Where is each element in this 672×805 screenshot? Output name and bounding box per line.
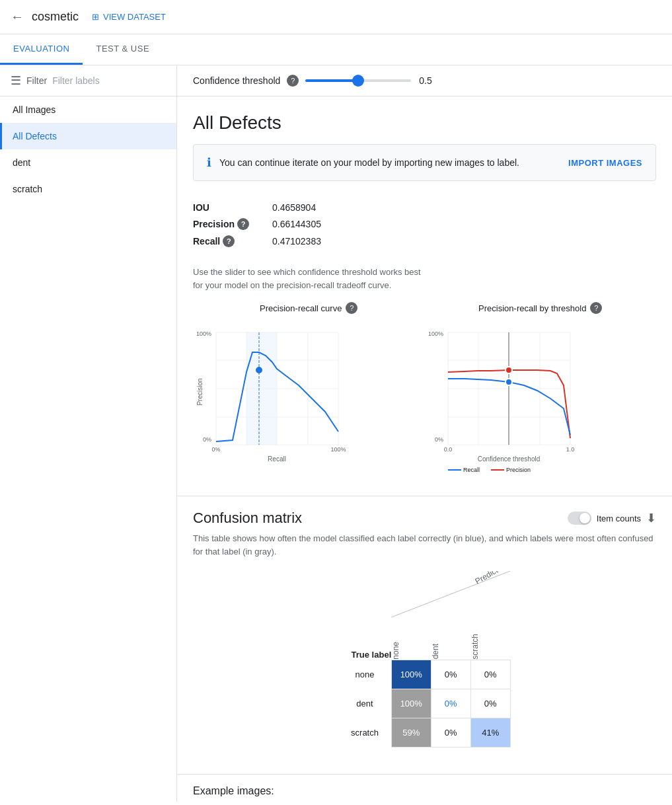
svg-text:100%: 100% bbox=[428, 330, 443, 337]
row-header-none: none bbox=[338, 660, 391, 689]
precision-recall-chart: Precision-recall curve ? Precision 100% … bbox=[193, 302, 425, 480]
charts-section: Precision-recall curve ? Precision 100% … bbox=[177, 302, 672, 496]
precision-recall-title: Precision-recall curve ? bbox=[193, 302, 425, 314]
svg-text:0%: 0% bbox=[434, 436, 443, 443]
col-header-scratch: scratch bbox=[470, 620, 510, 660]
cell-none-scratch[interactable]: 0% bbox=[470, 660, 510, 689]
svg-text:100%: 100% bbox=[330, 446, 346, 453]
sidebar: ☰ Filter Filter labels All Images All De… bbox=[0, 65, 177, 802]
row-header-dent: dent bbox=[338, 689, 391, 718]
metric-recall-value: 0.47102383 bbox=[272, 236, 321, 247]
svg-line-35 bbox=[391, 571, 510, 617]
threshold-svg: 100% 0% 0.0 1.0 Confidence threshold bbox=[425, 319, 597, 478]
threshold-chart-help-icon[interactable]: ? bbox=[590, 302, 602, 314]
sidebar-item-all-defects[interactable]: All Defects bbox=[0, 123, 176, 149]
section-header: All Defects bbox=[177, 96, 672, 144]
cell-dent-dent[interactable]: 0% bbox=[431, 689, 470, 718]
cell-scratch-scratch[interactable]: 41% bbox=[470, 718, 510, 747]
top-bar: ← cosmetic ⊞ VIEW DATASET bbox=[0, 0, 672, 34]
precision-help-icon[interactable]: ? bbox=[237, 218, 249, 230]
example-section: Example images: bbox=[177, 774, 672, 802]
svg-rect-13 bbox=[246, 332, 277, 445]
confusion-description: This table shows how often the model cla… bbox=[193, 532, 656, 558]
metric-recall-row: Recall ? 0.47102383 bbox=[193, 233, 656, 250]
svg-text:Recall: Recall bbox=[463, 467, 480, 473]
confusion-matrix-table: Predicted label True label bbox=[338, 571, 511, 748]
app-title: cosmetic bbox=[32, 10, 79, 24]
content-area: Confidence threshold ? 0.5 All Defects ℹ… bbox=[177, 65, 672, 802]
metric-recall-label: Recall ? bbox=[193, 235, 272, 247]
confusion-controls: Item counts ⬇ bbox=[568, 511, 656, 525]
row-header-scratch: scratch bbox=[338, 718, 391, 747]
svg-point-30 bbox=[505, 379, 512, 385]
metrics-section: IOU 0.4658904 Precision ? 0.66144305 Rec… bbox=[177, 194, 672, 260]
threshold-bar: Confidence threshold ? 0.5 bbox=[177, 65, 672, 96]
item-counts-label: Item counts bbox=[597, 514, 641, 523]
pr-curve-help-icon[interactable]: ? bbox=[346, 302, 357, 314]
confusion-header: Confusion matrix Item counts ⬇ bbox=[193, 510, 656, 527]
sidebar-item-all-images[interactable]: All Images bbox=[0, 96, 176, 123]
svg-text:0.0: 0.0 bbox=[443, 446, 452, 453]
view-dataset-label: VIEW DATASET bbox=[103, 12, 166, 22]
back-button[interactable]: ← bbox=[11, 9, 24, 24]
metric-precision-row: Precision ? 0.66144305 bbox=[193, 215, 656, 233]
tabs-bar: EVALUATION TEST & USE bbox=[0, 34, 672, 65]
info-icon: ℹ bbox=[207, 155, 211, 170]
svg-text:Precision: Precision bbox=[506, 467, 531, 473]
matrix-wrapper: Predicted label True label bbox=[193, 571, 656, 761]
col-header-none: none bbox=[391, 620, 431, 660]
tab-test-use[interactable]: TEST & USE bbox=[83, 34, 163, 65]
matrix-row-scratch: scratch 59% 0% 41% bbox=[338, 718, 510, 747]
tab-evaluation[interactable]: EVALUATION bbox=[0, 34, 83, 65]
cell-scratch-dent[interactable]: 0% bbox=[431, 718, 470, 747]
metric-iou-value: 0.4658904 bbox=[272, 202, 316, 213]
section-title: All Defects bbox=[193, 112, 656, 134]
confusion-section: Confusion matrix Item counts ⬇ This tabl… bbox=[177, 496, 672, 774]
threshold-slider[interactable] bbox=[305, 79, 411, 82]
view-dataset-icon: ⊞ bbox=[92, 12, 99, 22]
metric-iou-label: IOU bbox=[193, 202, 272, 213]
view-dataset-button[interactable]: ⊞ VIEW DATASET bbox=[92, 12, 166, 22]
sidebar-item-scratch[interactable]: scratch bbox=[0, 176, 176, 202]
svg-text:Confidence threshold: Confidence threshold bbox=[477, 455, 540, 463]
import-images-button[interactable]: IMPORT IMAGES bbox=[568, 158, 642, 168]
download-icon[interactable]: ⬇ bbox=[646, 511, 656, 525]
metric-precision-value: 0.66144305 bbox=[272, 219, 321, 229]
threshold-help-icon[interactable]: ? bbox=[287, 75, 299, 87]
filter-icon: ☰ bbox=[11, 73, 21, 88]
cell-none-dent[interactable]: 0% bbox=[431, 660, 470, 689]
svg-text:1.0: 1.0 bbox=[566, 446, 574, 453]
metric-precision-label: Precision ? bbox=[193, 218, 272, 230]
cell-dent-scratch[interactable]: 0% bbox=[470, 689, 510, 718]
svg-text:Precision: Precision bbox=[196, 378, 204, 405]
col-header-dent: dent bbox=[431, 620, 470, 660]
filter-label: Filter bbox=[26, 75, 47, 86]
cell-dent-none[interactable]: 100% bbox=[391, 689, 431, 718]
item-counts-toggle[interactable] bbox=[568, 512, 591, 525]
threshold-value: 0.5 bbox=[419, 75, 431, 86]
recall-help-icon[interactable]: ? bbox=[223, 235, 235, 247]
svg-text:0%: 0% bbox=[211, 446, 220, 453]
cell-none-none[interactable]: 100% bbox=[391, 660, 431, 689]
filter-bar: ☰ Filter Filter labels bbox=[0, 65, 176, 96]
metric-iou-row: IOU 0.4658904 bbox=[193, 200, 656, 215]
main-layout: ☰ Filter Filter labels All Images All De… bbox=[0, 65, 672, 802]
svg-point-29 bbox=[505, 367, 512, 373]
slider-hint: Use the slider to see which confidence t… bbox=[177, 260, 672, 302]
sidebar-item-dent[interactable]: dent bbox=[0, 149, 176, 176]
info-text: You can continue iterate on your model b… bbox=[219, 157, 519, 168]
cell-scratch-none[interactable]: 59% bbox=[391, 718, 431, 747]
matrix-row-dent: dent 100% 0% 0% bbox=[338, 689, 510, 718]
svg-text:0%: 0% bbox=[203, 436, 211, 443]
threshold-label: Confidence threshold bbox=[193, 75, 280, 86]
toggle-knob bbox=[579, 513, 590, 523]
true-label-header: True label bbox=[338, 620, 391, 660]
info-banner-left: ℹ You can continue iterate on your model… bbox=[207, 155, 519, 170]
confusion-title: Confusion matrix bbox=[193, 510, 302, 527]
slider-container: 0.5 bbox=[305, 75, 431, 86]
filter-labels-text: Filter labels bbox=[52, 75, 100, 86]
threshold-title: Precision-recall by threshold ? bbox=[425, 302, 657, 314]
threshold-chart: Precision-recall by threshold ? 100% 0% … bbox=[425, 302, 657, 480]
svg-text:100%: 100% bbox=[196, 330, 211, 337]
info-banner: ℹ You can continue iterate on your model… bbox=[193, 144, 656, 181]
